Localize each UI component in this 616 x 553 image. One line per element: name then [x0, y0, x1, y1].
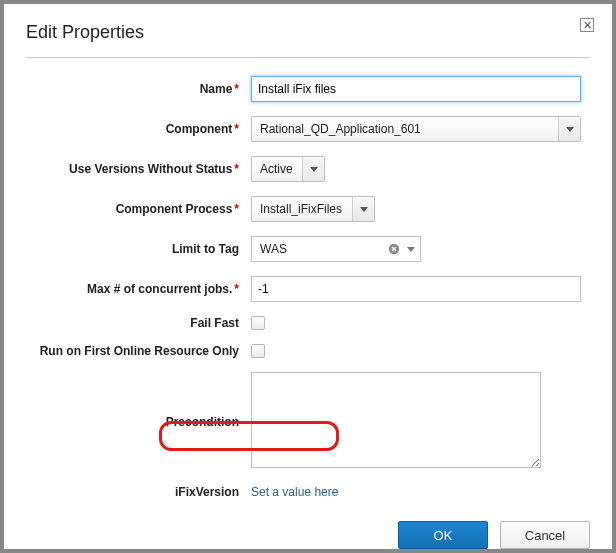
limit-to-tag-label: Limit to Tag	[26, 242, 241, 256]
close-icon[interactable]: ✕	[580, 18, 594, 32]
divider	[26, 57, 590, 58]
name-label: Name*	[26, 82, 241, 96]
cancel-button[interactable]: Cancel	[500, 521, 590, 549]
chevron-down-icon	[352, 197, 374, 221]
chevron-down-icon	[402, 247, 420, 252]
clear-tag-icon[interactable]	[386, 241, 402, 257]
versions-without-status-label: Use Versions Without Status*	[26, 162, 241, 176]
dialog-buttons: OK Cancel	[26, 499, 590, 553]
name-input[interactable]	[251, 76, 581, 102]
chevron-down-icon	[558, 117, 580, 141]
chevron-down-icon	[302, 157, 324, 181]
max-concurrent-input[interactable]	[251, 276, 581, 302]
limit-to-tag-input[interactable]: WAS	[251, 236, 421, 262]
component-label: Component*	[26, 122, 241, 136]
properties-form: Name* Component* Rational_QD_Application…	[26, 76, 590, 499]
fail-fast-checkbox[interactable]	[251, 316, 265, 330]
ifix-version-set-link[interactable]: Set a value here	[251, 485, 338, 499]
max-concurrent-label: Max # of concurrent jobs.*	[26, 282, 241, 296]
component-process-select[interactable]: Install_iFixFiles	[251, 196, 375, 222]
ifix-version-label: iFixVersion	[26, 485, 241, 499]
ok-button[interactable]: OK	[398, 521, 488, 549]
component-process-label: Component Process*	[26, 202, 241, 216]
fail-fast-label: Fail Fast	[26, 316, 241, 330]
edit-properties-dialog: Edit Properties ✕ Name* Component* Ratio…	[4, 4, 612, 549]
component-select[interactable]: Rational_QD_Application_601	[251, 116, 581, 142]
first-online-label: Run on First Online Resource Only	[26, 344, 241, 358]
first-online-checkbox[interactable]	[251, 344, 265, 358]
precondition-textarea[interactable]	[251, 372, 541, 468]
versions-without-status-select[interactable]: Active	[251, 156, 325, 182]
precondition-label: Precondition	[26, 415, 241, 429]
dialog-title: Edit Properties	[26, 22, 590, 43]
